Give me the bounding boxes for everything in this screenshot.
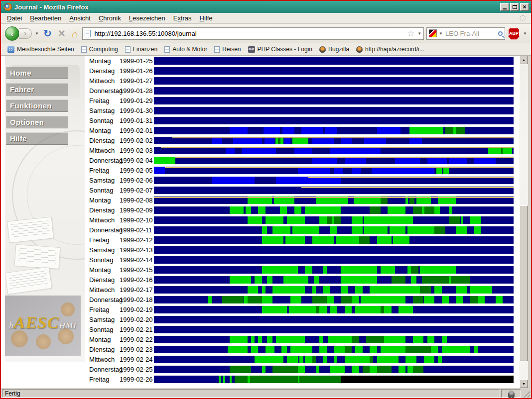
sidebar-item-hilfe[interactable]: Hilfe	[6, 132, 68, 145]
bookmark-item[interactable]: Auto & Motor	[161, 45, 211, 54]
bookmark-item[interactable]: Reisen	[211, 45, 244, 54]
sidebar-item-optionen[interactable]: Optionen	[6, 116, 68, 128]
forward-button[interactable]: ›	[19, 28, 32, 39]
activity-bar[interactable]	[154, 376, 514, 383]
activity-bar[interactable]	[154, 366, 514, 373]
urlbar-dropdown-icon[interactable]: ▼	[417, 31, 421, 36]
activity-bar[interactable]	[154, 127, 514, 134]
activity-bar[interactable]	[154, 197, 514, 204]
back-button[interactable]: ‹	[5, 26, 19, 41]
activity-segment	[405, 346, 431, 353]
sidebar-item-home[interactable]: Home	[6, 67, 68, 79]
menu-extras[interactable]: Extras	[169, 13, 196, 23]
activity-bar[interactable]	[154, 296, 514, 303]
weekday-label: Mittwoch	[85, 286, 120, 294]
date-label: 1999-01-25	[120, 57, 154, 65]
bookmark-item[interactable]: Finanzen	[122, 45, 161, 54]
menu-datei[interactable]: Datei	[3, 13, 26, 23]
activity-bar[interactable]	[154, 67, 514, 75]
url-input[interactable]	[93, 29, 404, 38]
activity-bar[interactable]	[154, 306, 514, 313]
sidebar-item-fahrer[interactable]: Fahrer	[6, 83, 68, 96]
activity-bar[interactable]	[154, 286, 514, 294]
reload-button[interactable]: ↻	[41, 28, 54, 38]
activity-segment	[219, 376, 221, 383]
activity-segment	[392, 276, 406, 284]
activity-segment	[361, 296, 405, 303]
maximize-icon	[513, 5, 517, 9]
scrollbar-thumb[interactable]	[520, 205, 528, 361]
activity-bar[interactable]	[154, 57, 514, 65]
activity-bar[interactable]	[154, 187, 514, 194]
activity-segment	[327, 296, 334, 303]
activity-bar[interactable]	[154, 206, 514, 214]
activity-bar[interactable]	[154, 167, 514, 174]
firebug-panel[interactable]	[501, 389, 521, 398]
resize-grip[interactable]	[522, 390, 530, 398]
activity-segment	[264, 127, 279, 134]
php-icon: PHP	[248, 46, 255, 53]
activity-bar[interactable]	[154, 107, 514, 114]
adblock-plus-icon[interactable]: ABP	[508, 27, 520, 40]
bookmark-item[interactable]: Meistbesuchte Seiten	[4, 45, 78, 54]
activity-segment	[248, 216, 262, 224]
maximize-button[interactable]	[510, 3, 519, 11]
activity-bar[interactable]	[154, 346, 514, 353]
activity-segment	[334, 346, 345, 353]
scroll-up-button[interactable]: ▲	[520, 56, 528, 64]
activity-bar[interactable]	[154, 87, 514, 95]
menu-ansicht[interactable]: Ansicht	[65, 13, 95, 23]
minimize-button[interactable]	[500, 3, 509, 11]
menu-bar: DateiBearbeitenAnsichtChronikLesezeichen…	[1, 13, 531, 24]
activity-bar[interactable]	[154, 316, 514, 323]
location-bar[interactable]: ☆ ▼	[82, 27, 424, 40]
bookmark-item[interactable]: Computing	[78, 45, 122, 54]
journal-row: Donnerstag1999-02-04	[85, 155, 520, 165]
activity-segment	[366, 336, 384, 343]
menu-hilfe[interactable]: Hilfe	[196, 13, 217, 23]
stop-button[interactable]: ×	[56, 27, 67, 39]
activity-bar[interactable]	[154, 97, 514, 104]
activity-bar[interactable]	[154, 117, 514, 124]
date-label: 1999-02-06	[120, 177, 154, 184]
activity-bar[interactable]	[154, 216, 514, 224]
leo-search-engine-icon[interactable]	[429, 29, 437, 37]
activity-bar[interactable]	[154, 336, 514, 343]
search-input[interactable]	[444, 29, 497, 38]
activity-bar[interactable]	[154, 256, 514, 264]
activity-bar[interactable]	[154, 326, 514, 333]
activity-bar[interactable]	[154, 356, 514, 363]
activity-bar[interactable]	[154, 137, 514, 144]
weekday-label: Montag	[85, 197, 120, 204]
activity-segment	[449, 206, 452, 214]
bookmark-item[interactable]: PHPPHP Classes - Login	[245, 45, 316, 54]
activity-segment	[431, 346, 438, 353]
activity-bar[interactable]	[154, 77, 514, 85]
activity-bar[interactable]	[154, 266, 514, 274]
search-bar[interactable]: ▼	[426, 27, 505, 40]
activity-bar[interactable]	[154, 226, 514, 234]
activity-bar[interactable]	[154, 157, 514, 164]
activity-segment	[262, 366, 266, 373]
bookmark-star-icon[interactable]: ☆	[407, 29, 414, 38]
adblock-dropdown-icon[interactable]: ▼	[523, 31, 527, 36]
search-magnifier-icon[interactable]	[498, 31, 503, 36]
history-dropdown-icon[interactable]: ▼	[35, 31, 39, 36]
bookmark-item[interactable]: Bugzilla	[316, 45, 353, 54]
vertical-scrollbar[interactable]: ▲ ▼	[520, 56, 528, 388]
activity-bar[interactable]	[154, 177, 514, 184]
activity-bar[interactable]	[154, 236, 514, 244]
menu-lesezeichen[interactable]: Lesezeichen	[125, 13, 169, 23]
search-engine-dropdown-icon[interactable]: ▼	[439, 31, 443, 36]
activity-bar[interactable]	[154, 147, 514, 154]
bookmark-item[interactable]: http://hapi/azrecord/i...	[353, 45, 428, 54]
activity-bar[interactable]	[154, 246, 514, 254]
menu-chronik[interactable]: Chronik	[95, 13, 125, 23]
home-button[interactable]: ⌂	[70, 28, 80, 39]
menu-bearbeiten[interactable]: Bearbeiten	[26, 13, 65, 23]
close-button[interactable]: ×	[520, 3, 529, 11]
scroll-down-button[interactable]: ▼	[520, 380, 528, 388]
activity-segment	[319, 306, 326, 313]
sidebar-item-funktionen[interactable]: Funktionen	[6, 100, 68, 112]
activity-bar[interactable]	[154, 276, 514, 284]
